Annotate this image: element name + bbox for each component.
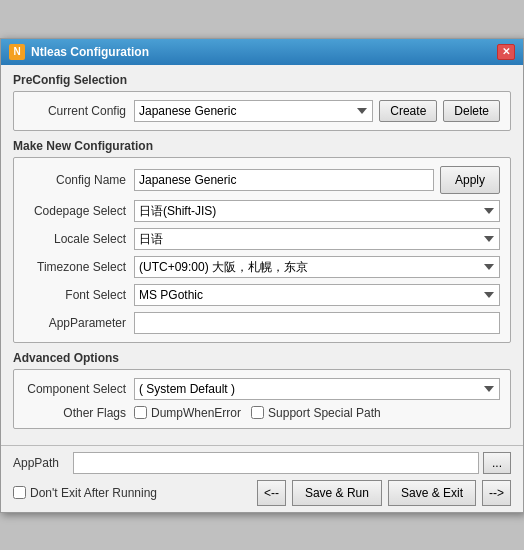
dump-checkbox[interactable] [134,406,147,419]
title-bar-left: N Ntleas Configuration [9,44,149,60]
dump-label: DumpWhenError [151,406,241,420]
apppath-input[interactable] [73,452,479,474]
current-config-label: Current Config [24,104,134,118]
bottom-actions: Don't Exit After Running <-- Save & Run … [13,480,511,506]
advanced-box: Component Select ( System Default ) Othe… [13,369,511,429]
make-new-section: Make New Configuration Config Name Apply… [13,139,511,343]
support-checkbox[interactable] [251,406,264,419]
config-name-row: Config Name Apply [24,166,500,194]
support-label: Support Special Path [268,406,381,420]
font-label: Font Select [24,288,134,302]
codepage-row: Codepage Select 日语(Shift-JIS) [24,200,500,222]
window-title: Ntleas Configuration [31,45,149,59]
component-row: Component Select ( System Default ) [24,378,500,400]
other-flags-row: Other Flags DumpWhenError Support Specia… [24,406,500,420]
apply-button[interactable]: Apply [440,166,500,194]
dump-wrap: DumpWhenError [134,406,241,420]
current-config-row: Current Config Japanese Generic Create D… [24,100,500,122]
component-controls: ( System Default ) [134,378,500,400]
other-flags-label: Other Flags [24,406,134,420]
locale-label: Locale Select [24,232,134,246]
font-select[interactable]: MS PGothic [134,284,500,306]
save-exit-button[interactable]: Save & Exit [388,480,476,506]
content-area: PreConfig Selection Current Config Japan… [1,65,523,445]
save-run-button[interactable]: Save & Run [292,480,382,506]
timezone-label: Timezone Select [24,260,134,274]
make-new-label: Make New Configuration [13,139,511,153]
appparam-row: AppParameter [24,312,500,334]
nav-right-button[interactable]: --> [482,480,511,506]
locale-select[interactable]: 日语 [134,228,500,250]
support-wrap: Support Special Path [251,406,381,420]
current-config-select[interactable]: Japanese Generic [134,100,373,122]
codepage-select[interactable]: 日语(Shift-JIS) [134,200,500,222]
component-label: Component Select [24,382,134,396]
app-icon: N [9,44,25,60]
flags-controls: DumpWhenError Support Special Path [134,406,500,420]
dont-exit-wrap: Don't Exit After Running [13,486,157,500]
timezone-controls: (UTC+09:00) 大阪，札幌，东京 [134,256,500,278]
codepage-controls: 日语(Shift-JIS) [134,200,500,222]
preconfig-label: PreConfig Selection [13,73,511,87]
locale-controls: 日语 [134,228,500,250]
config-name-label: Config Name [24,173,134,187]
preconfig-box: Current Config Japanese Generic Create D… [13,91,511,131]
config-name-controls: Apply [134,166,500,194]
apppath-label: AppPath [13,456,73,470]
apppath-row: AppPath ... [13,452,511,474]
close-button[interactable]: ✕ [497,44,515,60]
preconfig-section: PreConfig Selection Current Config Japan… [13,73,511,131]
current-config-controls: Japanese Generic Create Delete [134,100,500,122]
font-row: Font Select MS PGothic [24,284,500,306]
appparam-label: AppParameter [24,316,134,330]
codepage-label: Codepage Select [24,204,134,218]
locale-row: Locale Select 日语 [24,228,500,250]
browse-button[interactable]: ... [483,452,511,474]
advanced-section: Advanced Options Component Select ( Syst… [13,351,511,429]
nav-left-button[interactable]: <-- [257,480,286,506]
font-controls: MS PGothic [134,284,500,306]
component-select[interactable]: ( System Default ) [134,378,500,400]
appparam-input[interactable] [134,312,500,334]
bottom-bar: AppPath ... Don't Exit After Running <--… [1,445,523,512]
make-new-box: Config Name Apply Codepage Select 日语(Shi… [13,157,511,343]
dont-exit-label: Don't Exit After Running [30,486,157,500]
title-bar: N Ntleas Configuration ✕ [1,39,523,65]
timezone-row: Timezone Select (UTC+09:00) 大阪，札幌，东京 [24,256,500,278]
dont-exit-checkbox[interactable] [13,486,26,499]
delete-button[interactable]: Delete [443,100,500,122]
create-button[interactable]: Create [379,100,437,122]
appparam-controls [134,312,500,334]
advanced-label: Advanced Options [13,351,511,365]
config-name-input[interactable] [134,169,434,191]
timezone-select[interactable]: (UTC+09:00) 大阪，札幌，东京 [134,256,500,278]
main-window: N Ntleas Configuration ✕ PreConfig Selec… [0,38,524,513]
